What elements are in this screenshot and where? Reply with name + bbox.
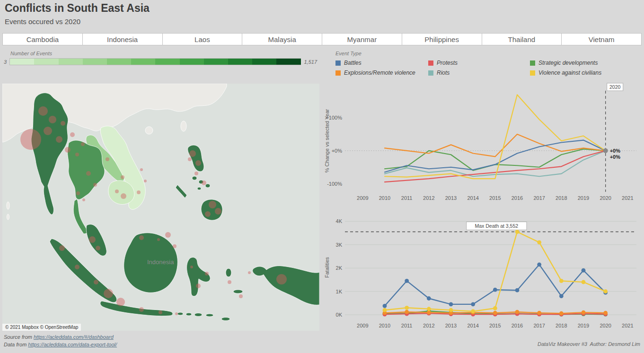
map-sumbawa[interactable] bbox=[194, 313, 202, 317]
svg-text:2018: 2018 bbox=[556, 323, 567, 328]
event-bubble[interactable] bbox=[116, 298, 125, 306]
event-bubble[interactable] bbox=[196, 284, 201, 288]
svg-text:2009: 2009 bbox=[357, 323, 368, 328]
event-bubble[interactable] bbox=[121, 193, 126, 199]
event-bubble[interactable] bbox=[49, 116, 56, 123]
event-bubble[interactable] bbox=[104, 289, 113, 298]
event-bubble[interactable] bbox=[76, 191, 80, 195]
event-bubble[interactable] bbox=[44, 127, 52, 135]
event-bubble[interactable] bbox=[159, 310, 162, 314]
legend-swatch bbox=[428, 70, 433, 76]
map-visayas-3[interactable] bbox=[205, 184, 210, 188]
event-bubble[interactable] bbox=[56, 136, 62, 143]
pct-change-chart[interactable]: +100%+0%-100%200920102011201220132014201… bbox=[323, 82, 641, 204]
event-bubble[interactable] bbox=[190, 266, 193, 268]
legend-item-explosions-remote-violence[interactable]: Explosions/Remote violence bbox=[335, 69, 428, 76]
tab-vietnam[interactable]: Vietnam bbox=[561, 33, 642, 45]
svg-text:4K: 4K bbox=[336, 218, 343, 224]
event-bubble[interactable] bbox=[65, 147, 71, 153]
tab-malaysia[interactable]: Malaysia bbox=[242, 33, 322, 45]
event-bubble[interactable] bbox=[139, 235, 144, 240]
svg-text:1K: 1K bbox=[336, 289, 343, 294]
event-bubble[interactable] bbox=[205, 272, 209, 276]
tab-laos[interactable]: Laos bbox=[162, 33, 243, 45]
legend-item-battles[interactable]: Battles bbox=[335, 60, 428, 66]
event-bubble[interactable] bbox=[61, 121, 65, 126]
event-bubble[interactable] bbox=[215, 208, 221, 215]
event-bubble[interactable] bbox=[195, 160, 201, 166]
legend-item-protests[interactable]: Protests bbox=[428, 60, 530, 66]
tab-philippines[interactable]: Philippines bbox=[402, 33, 482, 45]
map-timor[interactable] bbox=[221, 318, 230, 321]
tab-indonesia[interactable]: Indonesia bbox=[82, 33, 163, 45]
map-andaman-islands bbox=[7, 202, 9, 209]
map[interactable]: Indonesia © 2021 Mapbox © OpenStreetMap bbox=[2, 84, 319, 331]
event-bubble[interactable] bbox=[94, 280, 98, 284]
tab-cambodia[interactable]: Cambodia bbox=[2, 33, 83, 45]
event-bubble[interactable] bbox=[139, 307, 144, 312]
map-lombok[interactable] bbox=[186, 313, 192, 316]
legend-swatch bbox=[335, 70, 341, 76]
event-bubble[interactable] bbox=[228, 280, 231, 284]
event-bubble[interactable] bbox=[115, 189, 119, 193]
event-bubble[interactable] bbox=[189, 150, 196, 157]
event-bubble[interactable] bbox=[70, 132, 75, 137]
legend-label: Riots bbox=[437, 69, 450, 76]
event-bubble[interactable] bbox=[106, 157, 109, 161]
event-bubble[interactable] bbox=[157, 238, 160, 241]
map-visayas-1[interactable] bbox=[192, 176, 197, 180]
gradient-step bbox=[252, 59, 276, 65]
fatalities-chart[interactable]: 0K1K2K3K4K200920102011201220132014201520… bbox=[323, 208, 641, 332]
event-bubble[interactable] bbox=[239, 294, 243, 298]
event-bubble[interactable] bbox=[248, 271, 251, 274]
legend-item-riots[interactable]: Riots bbox=[428, 69, 530, 76]
legend-item-violence-against-civilians[interactable]: Violence against civilians bbox=[530, 69, 641, 76]
data-link[interactable]: https://acleddata.com/data-export-tool/ bbox=[28, 342, 117, 347]
map-halmahera[interactable] bbox=[226, 268, 231, 277]
svg-text:+0%: +0% bbox=[332, 148, 343, 154]
event-bubble[interactable] bbox=[96, 246, 100, 250]
legend-label: Strategic developments bbox=[538, 60, 598, 66]
map-bali[interactable] bbox=[177, 312, 183, 315]
event-bubble[interactable] bbox=[93, 183, 97, 187]
event-bubble[interactable] bbox=[209, 201, 216, 208]
event-bubble[interactable] bbox=[75, 265, 79, 269]
event-bubble[interactable] bbox=[82, 198, 85, 201]
event-bubble[interactable] bbox=[75, 153, 79, 156]
map-seram[interactable] bbox=[233, 290, 243, 293]
event-bubble[interactable] bbox=[202, 181, 206, 185]
data-prefix: Data from bbox=[4, 342, 28, 347]
tab-myanmar[interactable]: Myanmar bbox=[322, 33, 402, 45]
svg-text:+0%: +0% bbox=[610, 148, 621, 154]
map-visayas-4[interactable] bbox=[197, 187, 201, 190]
event-bubble[interactable] bbox=[89, 236, 96, 243]
map-flores[interactable] bbox=[206, 314, 213, 317]
event-bubble[interactable] bbox=[140, 168, 143, 171]
event-bubble[interactable] bbox=[175, 312, 178, 315]
svg-text:2020: 2020 bbox=[600, 323, 611, 328]
event-bubble[interactable] bbox=[165, 232, 171, 238]
event-bubble[interactable] bbox=[173, 244, 176, 248]
event-type-legend: Event Type BattlesProtestsStrategic deve… bbox=[323, 51, 641, 76]
event-bubble[interactable] bbox=[276, 274, 287, 284]
event-bubble[interactable] bbox=[20, 129, 41, 150]
event-bubble[interactable] bbox=[194, 172, 198, 175]
event-bubble[interactable] bbox=[205, 211, 211, 217]
event-bubble[interactable] bbox=[59, 245, 65, 251]
event-bubble[interactable] bbox=[188, 157, 192, 161]
source-link[interactable]: https://acleddata.com/#/dashboard bbox=[34, 334, 114, 340]
event-bubble[interactable] bbox=[137, 190, 141, 194]
event-bubble[interactable] bbox=[144, 180, 147, 182]
map-canvas[interactable]: Indonesia bbox=[2, 84, 319, 331]
event-bubble[interactable] bbox=[86, 171, 91, 176]
svg-text:2013: 2013 bbox=[445, 323, 457, 328]
svg-text:2019: 2019 bbox=[578, 195, 589, 201]
color-gradient-bar[interactable] bbox=[9, 58, 301, 65]
tab-thailand[interactable]: Thailand bbox=[482, 33, 562, 45]
event-bubble[interactable] bbox=[81, 142, 85, 146]
event-bubble[interactable] bbox=[38, 106, 48, 116]
legend-item-strategic-developments[interactable]: Strategic developments bbox=[530, 60, 641, 66]
event-bubble[interactable] bbox=[121, 175, 124, 179]
map-attribution[interactable]: © 2021 Mapbox © OpenStreetMap bbox=[2, 324, 81, 331]
gradient-step bbox=[155, 59, 179, 65]
